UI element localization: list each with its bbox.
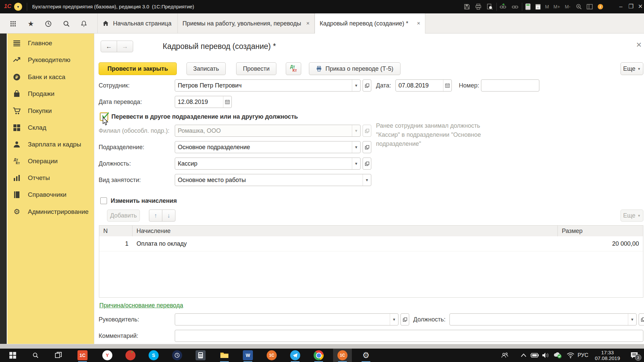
- favorites-star-icon[interactable]: ★: [27, 20, 35, 28]
- calendar-picker-icon[interactable]: [223, 96, 231, 108]
- print-icon[interactable]: [474, 3, 482, 10]
- position-input[interactable]: [175, 158, 352, 169]
- app-apple[interactable]: [125, 350, 136, 360]
- number-input[interactable]: [481, 80, 539, 91]
- write-button[interactable]: Записать: [186, 62, 226, 75]
- tab-personnel-transfer[interactable]: Кадровый перевод (создание) * ×: [315, 13, 425, 34]
- search-icon[interactable]: [62, 20, 70, 28]
- dropdown-icon[interactable]: ▼: [352, 80, 360, 91]
- table-row[interactable]: 1 Оплата по окладу 20 000,00: [99, 236, 643, 251]
- department-open-button[interactable]: [363, 141, 371, 153]
- employment-input[interactable]: [175, 174, 363, 186]
- move-up-button[interactable]: ↑: [149, 209, 162, 222]
- app-1c-tile[interactable]: 1С: [77, 350, 88, 360]
- app-chrome[interactable]: [314, 350, 324, 360]
- app-settings-gear[interactable]: ⚙: [361, 350, 371, 360]
- memory-button[interactable]: M: [545, 0, 549, 13]
- tray-expand-chevron[interactable]: [519, 351, 528, 359]
- calendar-picker-icon[interactable]: [443, 80, 451, 91]
- position-open-button[interactable]: [363, 158, 371, 170]
- sidebar-item-reports[interactable]: Отчеты: [7, 170, 93, 186]
- app-calculator[interactable]: [196, 350, 206, 360]
- change-accruals-checkbox[interactable]: [100, 197, 107, 204]
- sidebar-item-main[interactable]: Главное: [7, 35, 93, 52]
- layout-panels-icon[interactable]: [586, 3, 594, 10]
- calculator-icon[interactable]: [524, 3, 532, 10]
- dropdown-icon[interactable]: ▼: [352, 125, 360, 136]
- sidebar-item-salary-hr[interactable]: Зарплата и кадры: [7, 136, 93, 153]
- transfer-order-button[interactable]: Приказ о переводе (Т-5): [309, 62, 400, 75]
- employee-input[interactable]: [175, 80, 352, 91]
- column-accrual[interactable]: Начисление: [132, 226, 558, 236]
- memory-minus-button[interactable]: M-: [565, 0, 570, 13]
- department-input[interactable]: [175, 141, 352, 153]
- sidebar-item-directories[interactable]: Справочники: [7, 186, 93, 203]
- dropdown-icon[interactable]: ▼: [363, 174, 371, 186]
- volume-icon[interactable]: [541, 351, 550, 359]
- people-icon[interactable]: [500, 351, 509, 359]
- manager-position-open-button[interactable]: [639, 313, 644, 325]
- close-button[interactable]: ✕: [636, 0, 644, 13]
- taskbar-clock[interactable]: 17:33 07.08.2019: [591, 350, 624, 361]
- app-yandex-browser[interactable]: Y: [102, 350, 112, 360]
- wifi-icon[interactable]: [566, 351, 575, 359]
- info-icon[interactable]: i: [596, 3, 604, 10]
- sync-link-icon[interactable]: [499, 3, 507, 10]
- calendar-icon[interactable]: 31: [534, 3, 542, 10]
- manager-position-input[interactable]: [450, 314, 628, 325]
- sidebar-item-operations[interactable]: ДтКт Операции: [7, 153, 93, 170]
- app-skype[interactable]: S: [149, 350, 159, 360]
- comment-input[interactable]: [175, 330, 643, 342]
- date-input[interactable]: [396, 80, 443, 91]
- onedrive-sync-icon[interactable]: [553, 351, 562, 359]
- branch-open-button[interactable]: [363, 125, 371, 137]
- close-tab-icon[interactable]: ×: [417, 20, 420, 27]
- dropdown-icon[interactable]: ▼: [352, 141, 360, 153]
- back-button[interactable]: ←: [101, 41, 117, 52]
- dropdown-icon[interactable]: ▼: [390, 314, 398, 325]
- app-telegram[interactable]: [290, 350, 300, 360]
- manager-input[interactable]: [175, 314, 390, 325]
- employee-open-button[interactable]: [363, 79, 371, 92]
- app-clock[interactable]: [172, 350, 182, 360]
- sidebar-item-sales[interactable]: Продажи: [7, 85, 93, 102]
- history-icon[interactable]: [44, 20, 52, 28]
- post-and-close-button[interactable]: Провести и закрыть: [99, 62, 177, 75]
- preview-icon[interactable]: [486, 3, 494, 10]
- sidebar-item-administration[interactable]: ⚙ Администрирование: [7, 203, 93, 220]
- zoom-in-icon[interactable]: [575, 3, 583, 10]
- add-row-button[interactable]: Добавить: [107, 209, 140, 222]
- sections-menu-icon[interactable]: [9, 20, 17, 28]
- sidebar-item-purchases[interactable]: Покупки: [7, 103, 93, 119]
- transfer-checkbox-label[interactable]: Перевести в другое подразделение или на …: [111, 111, 298, 123]
- restore-button[interactable]: ❐: [627, 0, 635, 13]
- save-icon[interactable]: [463, 3, 471, 10]
- column-size[interactable]: Размер: [558, 226, 643, 236]
- manager-open-button[interactable]: [400, 313, 409, 325]
- main-menu-button[interactable]: ▼: [14, 3, 22, 11]
- forward-button[interactable]: →: [117, 41, 133, 52]
- start-button[interactable]: [9, 351, 17, 359]
- memory-plus-button[interactable]: M+: [553, 0, 560, 13]
- dropdown-icon[interactable]: ▼: [352, 158, 360, 169]
- app-1c-active[interactable]: 1С: [337, 350, 347, 360]
- sidebar-item-warehouse[interactable]: Склад: [7, 119, 93, 136]
- sidebar-item-bank-cash[interactable]: ₽ Банк и касса: [7, 69, 93, 85]
- move-down-button[interactable]: ↓: [162, 209, 175, 222]
- more-button[interactable]: Еще▼: [621, 62, 643, 75]
- dropdown-icon[interactable]: ▼: [628, 314, 636, 325]
- column-n[interactable]: N: [99, 226, 132, 236]
- branch-input[interactable]: [175, 125, 352, 136]
- app-word[interactable]: W: [243, 350, 253, 360]
- task-view-icon[interactable]: [54, 351, 62, 359]
- sidebar-item-manager[interactable]: Руководителю: [7, 52, 93, 68]
- form-close-icon[interactable]: ✕: [636, 41, 642, 49]
- tab-hirings-transfers[interactable]: Приемы на работу, увольнения, переводы ×: [178, 13, 315, 34]
- notifications-bell-icon[interactable]: [80, 20, 88, 28]
- tab-home[interactable]: Начальная страница: [97, 13, 178, 34]
- change-accruals-label[interactable]: Изменить начисления: [111, 195, 177, 207]
- dtkt-button[interactable]: ДтКт: [286, 62, 301, 75]
- transfer-date-input[interactable]: [175, 96, 223, 108]
- close-tab-icon[interactable]: ×: [306, 20, 310, 27]
- minimize-button[interactable]: –: [616, 0, 625, 13]
